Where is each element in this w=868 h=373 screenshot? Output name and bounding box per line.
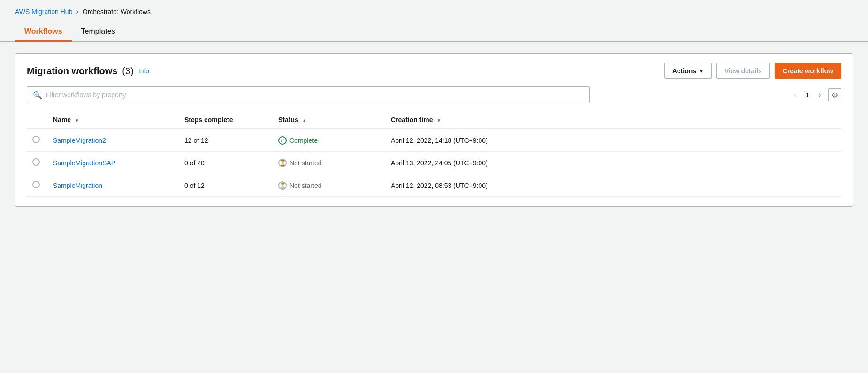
table-header-row: Name ▼ Steps complete Status ▲ Creation … [27,111,841,129]
complete-icon: ✓ [278,136,287,145]
row-steps-cell: 0 of 20 [179,152,273,174]
row-radio-cell [27,174,47,197]
row-status-cell: ✓Complete [273,129,385,152]
tabs-container: Workflows Templates [0,22,868,42]
col-status-label: Status [278,116,298,124]
row-name-cell: SampleMigration2 [47,129,179,152]
pagination-controls: ‹ 1 › ⚙ [789,88,841,101]
col-header-status[interactable]: Status ▲ [273,111,385,129]
tab-workflows[interactable]: Workflows [15,22,72,42]
search-input-wrapper[interactable]: 🔍 [27,86,590,103]
row-creation-cell: April 12, 2022, 14:18 (UTC+9:00) [385,129,841,152]
search-icon: 🔍 [33,91,42,100]
col-name-label: Name [53,116,71,124]
tab-templates[interactable]: Templates [72,22,125,42]
row-name-cell: SampleMigration [47,174,179,197]
row-steps-cell: 12 of 12 [179,129,273,152]
table-settings-button[interactable]: ⚙ [828,88,841,101]
actions-button[interactable]: Actions ▼ [664,63,712,79]
breadcrumb-home[interactable]: AWS Migration Hub [15,8,72,16]
prev-page-button[interactable]: ‹ [789,88,802,101]
search-input[interactable] [46,91,584,99]
status-sort-icon: ▲ [302,118,307,123]
status-label: Not started [289,159,321,167]
next-page-button[interactable]: › [813,88,826,101]
col-header-creation[interactable]: Creation time ▼ [385,111,841,129]
workflows-table: Name ▼ Steps complete Status ▲ Creation … [27,111,841,197]
table-row: SampleMigration212 of 12✓CompleteApril 1… [27,129,841,152]
row-steps-cell: 0 of 12 [179,174,273,197]
create-workflow-button[interactable]: Create workflow [775,63,841,79]
card-header: Migration workflows (3) Info Actions ▼ V… [27,63,841,79]
view-details-button[interactable]: View details [716,63,770,79]
col-creation-label: Creation time [391,116,433,124]
breadcrumb-separator: › [76,8,78,16]
row-name-link-1[interactable]: SampleMigration2 [53,137,106,144]
row-radio-3[interactable] [32,181,40,188]
card-header-right: Actions ▼ View details Create workflow [664,63,841,79]
breadcrumb: AWS Migration Hub › Orchestrate: Workflo… [0,0,868,22]
creation-sort-icon: ▼ [436,118,441,123]
col-steps-label: Steps complete [184,116,233,124]
col-header-name[interactable]: Name ▼ [47,111,179,129]
main-content: Migration workflows (3) Info Actions ▼ V… [0,42,868,218]
row-radio-cell [27,152,47,174]
not-started-icon: ⏳ [278,159,287,167]
row-radio-cell [27,129,47,152]
page-number: 1 [804,91,811,99]
status-complete-badge: ✓Complete [278,136,380,145]
table-row: SampleMigrationSAP0 of 20⏳Not startedApr… [27,152,841,174]
name-sort-icon: ▼ [75,118,79,123]
not-started-icon: ⏳ [278,181,287,190]
view-details-label: View details [724,67,762,75]
create-workflow-label: Create workflow [783,67,833,75]
workflows-card: Migration workflows (3) Info Actions ▼ V… [15,53,853,207]
status-not-started-badge: ⏳Not started [278,181,380,190]
breadcrumb-current: Orchestrate: Workflows [83,8,151,16]
row-status-cell: ⏳Not started [273,152,385,174]
row-name-cell: SampleMigrationSAP [47,152,179,174]
row-name-link-2[interactable]: SampleMigrationSAP [53,159,115,167]
col-header-steps: Steps complete [179,111,273,129]
row-creation-cell: April 12, 2022, 08:53 (UTC+9:00) [385,174,841,197]
dropdown-arrow-icon: ▼ [699,69,704,74]
card-header-left: Migration workflows (3) Info [27,66,149,77]
row-name-link-3[interactable]: SampleMigration [53,182,102,189]
actions-label: Actions [672,67,696,75]
info-link[interactable]: Info [138,67,149,75]
status-not-started-badge: ⏳Not started [278,159,380,167]
row-status-cell: ⏳Not started [273,174,385,197]
row-creation-cell: April 13, 2022, 24:05 (UTC+9:00) [385,152,841,174]
card-title: Migration workflows [27,66,117,77]
search-container: 🔍 ‹ 1 › ⚙ [27,86,841,103]
row-radio-2[interactable] [32,158,40,166]
col-header-checkbox [27,111,47,129]
row-radio-1[interactable] [32,136,40,143]
status-label: Not started [289,182,321,189]
card-count: (3) [122,66,133,77]
table-row: SampleMigration0 of 12⏳Not startedApril … [27,174,841,197]
status-label: Complete [289,137,318,144]
